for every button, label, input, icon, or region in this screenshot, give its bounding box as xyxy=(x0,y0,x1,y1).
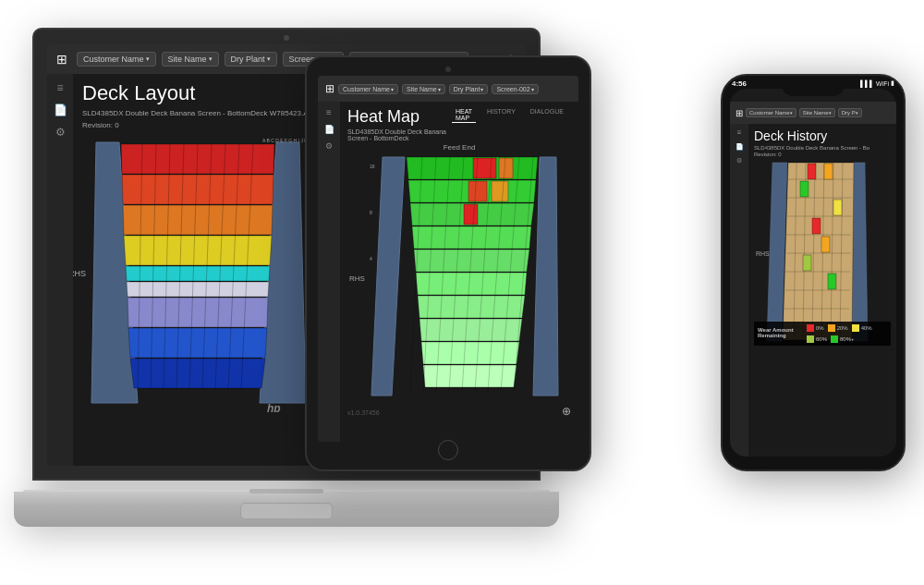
svg-marker-55 xyxy=(783,163,854,340)
legend-item-4: 80%+ xyxy=(831,335,855,343)
tablet-frame: ⊞ Customer Name Site Name Dry Plant Scre… xyxy=(305,55,591,471)
deck-layout-svg: A B C D E F G H I J K L M N hp xyxy=(82,135,313,412)
legend-label-0: 0% xyxy=(816,325,824,331)
svg-text:4: 4 xyxy=(370,256,372,262)
tablet-page-title: Heat Map xyxy=(347,107,452,127)
laptop-hinge xyxy=(249,489,323,494)
legend-item-2: 40% xyxy=(852,324,872,332)
svg-marker-7 xyxy=(126,266,270,281)
signal-icon: ▌▌▌ xyxy=(860,80,874,87)
svg-rect-78 xyxy=(828,274,836,289)
legend-item-0: 0% xyxy=(807,324,824,332)
phone-time: 4:56 xyxy=(732,79,747,88)
rhs-label: RHS xyxy=(73,269,86,278)
phone-content: ≡ 📄 ⚙ Deck History SLD4385DX Double Deck… xyxy=(730,124,896,457)
svg-text:8: 8 xyxy=(370,210,372,215)
legend-color-4 xyxy=(831,335,838,343)
phone-menu-icon[interactable]: ≡ xyxy=(737,128,742,137)
legend-label-1: 20% xyxy=(837,325,848,331)
svg-marker-6 xyxy=(124,236,272,265)
legend-color-3 xyxy=(807,335,814,343)
phone-grid-icon: ⊞ xyxy=(736,108,743,118)
tab-dialogue[interactable]: DIALOGUE xyxy=(527,107,567,123)
svg-marker-38 xyxy=(419,319,522,341)
tablet-camera xyxy=(445,67,451,72)
svg-marker-24 xyxy=(371,157,405,396)
svg-rect-28 xyxy=(499,158,513,178)
phone-nav-plant[interactable]: Dry P xyxy=(838,108,862,117)
feed-end-label: Feed End xyxy=(347,143,571,152)
laptop-sidebar: ≡ 📄 ⚙ xyxy=(47,74,73,466)
tablet-nav-plant[interactable]: Dry Plant xyxy=(449,84,489,94)
svg-rect-76 xyxy=(821,237,830,252)
laptop-touchpad xyxy=(240,503,333,519)
svg-marker-37 xyxy=(418,296,525,318)
tablet-doc-icon[interactable]: 📄 xyxy=(324,125,334,134)
menu-icon[interactable]: ≡ xyxy=(56,81,63,94)
phone-subtitle: SLD4385DX Double Deck Banana Screen - Bo xyxy=(754,145,891,151)
legend-color-0 xyxy=(807,324,814,332)
tab-history[interactable]: HISTORY xyxy=(483,107,519,123)
svg-text:hp: hp xyxy=(267,402,281,412)
legend-label-4: 80%+ xyxy=(840,336,855,342)
wear-legend-title: Wear Amount Remaining xyxy=(758,327,803,338)
zoom-button[interactable]: ⊕ xyxy=(562,405,571,418)
legend-label-3: 60% xyxy=(816,336,827,342)
grid-icon: ⊞ xyxy=(56,52,67,67)
legend-color-1 xyxy=(828,324,835,332)
tablet-screen: ⊞ Customer Name Site Name Dry Plant Scre… xyxy=(318,76,578,442)
legend-item-1: 20% xyxy=(828,324,848,332)
svg-rect-75 xyxy=(812,218,821,234)
svg-rect-73 xyxy=(800,181,808,197)
phone-status-icons: ▌▌▌ WiFi ▮ xyxy=(860,79,894,87)
tablet-sidebar: ≡ 📄 ⚙ xyxy=(318,102,340,442)
svg-marker-25 xyxy=(533,157,558,396)
laptop-nav-customer[interactable]: Customer Name xyxy=(77,52,156,67)
legend-item-3: 60% xyxy=(807,335,827,343)
document-icon[interactable]: 📄 xyxy=(54,104,67,116)
svg-marker-8 xyxy=(127,282,269,297)
tablet-nav-site[interactable]: Site Name xyxy=(402,84,445,94)
phone-page-title: Deck History xyxy=(754,128,891,143)
tablet-nav-customer[interactable]: Customer Name xyxy=(338,84,398,94)
tablet-menu-icon[interactable]: ≡ xyxy=(326,107,332,117)
tablet-home-button[interactable] xyxy=(438,440,458,460)
phone-main-area: Deck History SLD4385DX Double Deck Banan… xyxy=(748,124,896,457)
tablet-topbar: ⊞ Customer Name Site Name Dry Plant Scre… xyxy=(318,76,578,102)
svg-rect-31 xyxy=(492,181,508,201)
phone-topbar: ⊞ Customer Name Site Name Dry P xyxy=(730,102,896,124)
laptop-camera xyxy=(284,35,289,41)
tablet-tabs: HEAT MAP HISTORY DIALOGUE xyxy=(452,107,567,123)
version-label: v1.0.37456 xyxy=(347,409,380,416)
scene: ⊞ Customer Name Site Name Dry Plant Scre… xyxy=(0,0,924,585)
settings-icon[interactable]: ⚙ xyxy=(55,126,66,139)
legend-label-2: 40% xyxy=(861,325,872,331)
svg-marker-35 xyxy=(414,250,529,272)
svg-marker-26 xyxy=(407,157,538,179)
svg-rect-72 xyxy=(824,164,833,179)
phone-doc-icon[interactable]: 📄 xyxy=(736,143,744,151)
laptop-body xyxy=(14,492,559,527)
battery-icon: ▮ xyxy=(891,79,894,87)
tablet-settings-icon[interactable]: ⚙ xyxy=(325,141,333,151)
svg-text:16: 16 xyxy=(370,164,375,169)
phone-screen: ⊞ Customer Name Site Name Dry P ≡ 📄 ⚙ De… xyxy=(730,89,896,457)
tablet-nav-screen[interactable]: Screen-002 xyxy=(492,84,538,94)
phone-status-bar: 4:56 ▌▌▌ WiFi ▮ xyxy=(732,78,894,89)
heatmap-svg: 16 8 4 xyxy=(362,153,578,403)
phone-frame: 4:56 ▌▌▌ WiFi ▮ ⊞ Customer Name Site Nam… xyxy=(721,74,906,471)
svg-rect-30 xyxy=(468,181,487,201)
wear-legend: Wear Amount Remaining 0% 20% xyxy=(754,322,891,346)
phone-rhs-label: RHS xyxy=(756,250,770,257)
laptop-nav-site[interactable]: Site Name xyxy=(162,52,219,67)
phone-settings-icon[interactable]: ⚙ xyxy=(736,157,742,165)
tab-heat-map[interactable]: HEAT MAP xyxy=(452,107,476,123)
tablet-subtitle: SLD4385DX Double Deck Banana Screen - Bo… xyxy=(347,128,452,141)
tablet-main-area: Heat Map SLD4385DX Double Deck Banana Sc… xyxy=(340,102,578,442)
heat-map-area: RHS xyxy=(347,153,571,403)
phone-nav-customer[interactable]: Customer Name xyxy=(746,108,796,117)
svg-marker-9 xyxy=(128,298,268,327)
phone-sidebar: ≡ 📄 ⚙ xyxy=(730,124,748,457)
phone-nav-site[interactable]: Site Name xyxy=(799,108,835,117)
laptop-nav-plant[interactable]: Dry Plant xyxy=(225,52,277,67)
